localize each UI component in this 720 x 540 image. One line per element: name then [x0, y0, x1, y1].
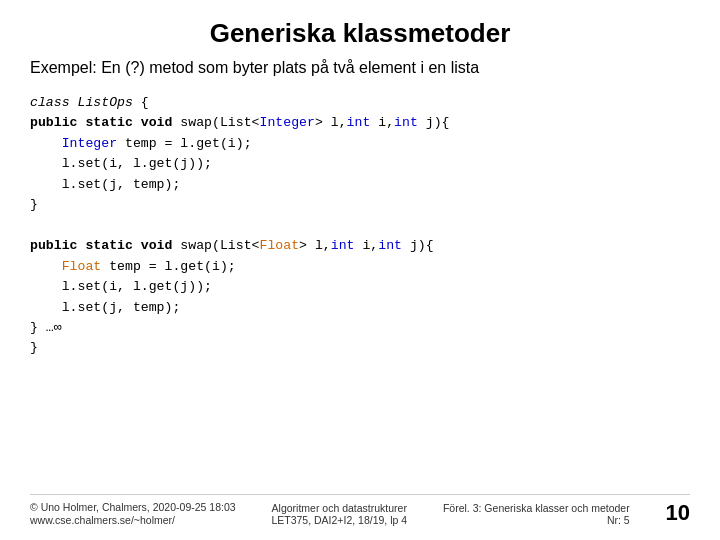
method1-line1: Integer temp = l.get(i);: [30, 136, 252, 151]
code-block: class ListOps { public static void swap(…: [30, 93, 690, 488]
footer-slide-nr: Nr: 5: [607, 514, 630, 526]
class-line: class ListOps {: [30, 95, 149, 110]
method2-signature: public static void swap(List<Float> l,in…: [30, 238, 434, 253]
slide-footer: © Uno Holmer, Chalmers, 2020-09-25 18:03…: [30, 494, 690, 526]
method1-close: }: [30, 197, 38, 212]
slide-subtitle: Exempel: En (?) metod som byter plats på…: [30, 59, 690, 77]
method2-line2: l.set(i, l.get(j));: [30, 279, 212, 294]
footer-center: Algoritmer och datastrukturer LET375, DA…: [271, 502, 407, 526]
footer-author-date: © Uno Holmer, Chalmers, 2020-09-25 18:03: [30, 501, 236, 513]
footer-course-name: Algoritmer och datastrukturer: [272, 502, 407, 514]
footer-left: © Uno Holmer, Chalmers, 2020-09-25 18:03…: [30, 501, 236, 526]
method2-close: } …∞: [30, 320, 62, 335]
class-close: }: [30, 340, 38, 355]
method1-signature: public static void swap(List<Integer> l,…: [30, 115, 449, 130]
slide: Generiska klassmetoder Exempel: En (?) m…: [0, 0, 720, 540]
method2-line1: Float temp = l.get(i);: [30, 259, 236, 274]
method2-line3: l.set(j, temp);: [30, 300, 180, 315]
slide-title: Generiska klassmetoder: [30, 18, 690, 49]
footer-lecture-title: Förel. 3: Generiska klasser och metoder: [443, 502, 630, 514]
method1-line2: l.set(i, l.get(j));: [30, 156, 212, 171]
footer-url: www.cse.chalmers.se/~holmer/: [30, 514, 236, 526]
page-number: 10: [666, 500, 690, 526]
method1-line3: l.set(j, temp);: [30, 177, 180, 192]
footer-course-code: LET375, DAI2+I2, 18/19, lp 4: [271, 514, 407, 526]
footer-right: Förel. 3: Generiska klasser och metoder …: [443, 502, 630, 526]
